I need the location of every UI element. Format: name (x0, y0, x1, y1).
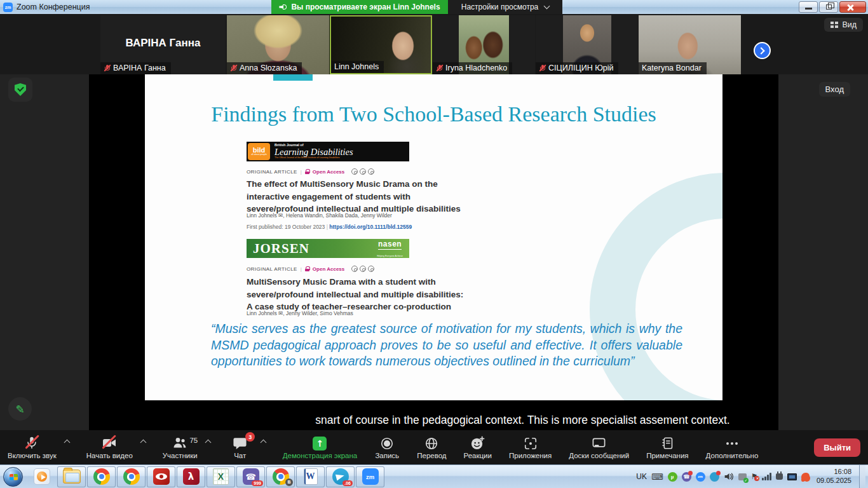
acrobat-icon: λ (183, 468, 200, 485)
journal-title-block: British Journal of Learning Disabilities… (275, 144, 353, 159)
show-desktop-button[interactable] (859, 465, 865, 488)
signin-button[interactable]: Вход (819, 82, 850, 97)
chrome-taskbar-icon-3[interactable]: B (266, 466, 295, 487)
chat-badge: 3 (245, 432, 255, 442)
keyboard-icon[interactable]: ⌨ (651, 472, 663, 482)
leave-meeting-button[interactable]: Выйти (814, 438, 860, 457)
file-explorer-taskbar-icon[interactable] (57, 466, 86, 487)
telegram-tray-badge (716, 471, 721, 475)
mic-muted-icon (230, 64, 237, 72)
meeting-toolbar: Включить звук Начать видео 75 Участники (0, 430, 868, 464)
mic-muted-icon (436, 64, 443, 72)
article2-authors: Linn Johnels ✉, Jenny Wilder, Simo Vehma… (247, 310, 353, 316)
tray-time: 16:08 (817, 468, 851, 477)
participant-display-name: ВАРІНА Ганна (100, 37, 226, 50)
view-settings-label: Настройки просмотра (461, 3, 539, 11)
zoom-tray-icon[interactable]: zm (696, 472, 705, 482)
participants-icon (172, 435, 187, 451)
shared-screen-region: Findings from Two School-Based Research … (89, 74, 778, 430)
restore-button[interactable] (819, 1, 838, 13)
participant-tile-kateryna[interactable]: Kateryna Bondar (639, 15, 741, 74)
doi-link: https://doi.org/10.1111/bld.12559 (329, 224, 412, 230)
translate-button[interactable]: Перевод (417, 435, 446, 459)
abbyy-finereader-icon (153, 468, 170, 485)
chevron-up-icon[interactable] (260, 440, 266, 446)
apps-button[interactable]: Приложения (509, 435, 552, 459)
security-shield-button[interactable] (8, 78, 32, 102)
close-button[interactable] (839, 1, 866, 13)
abbyy-taskbar-icon[interactable] (147, 466, 175, 487)
view-settings-dropdown[interactable]: Настройки просмотра (448, 0, 562, 14)
participant-tile-iryna[interactable]: Iryna Hladchenko (433, 15, 535, 74)
record-button[interactable]: Запись (374, 435, 400, 459)
excel-taskbar-icon[interactable]: X (207, 466, 235, 487)
cc-license-icons (351, 168, 374, 175)
minimize-button[interactable] (799, 1, 818, 13)
power-plug-icon[interactable] (776, 473, 783, 480)
word-taskbar-icon[interactable]: W (296, 466, 325, 487)
telegram-tray-icon[interactable] (710, 472, 719, 482)
article1-published: First published: 19 October 2023 | https… (247, 224, 412, 230)
participant-name-label: Linn Johnels (331, 61, 384, 73)
viber-tray-icon[interactable]: ☎ (682, 472, 691, 482)
mic-muted-icon (539, 64, 546, 72)
unmute-button[interactable]: Включить звук (8, 435, 57, 459)
reactions-button[interactable]: Реакции (464, 435, 492, 459)
participant-tile-anna[interactable]: Anna Slozanska (227, 15, 329, 74)
start-video-button[interactable]: Начать видео (86, 435, 133, 459)
system-tray: UK ⌨ µ ☎ zm ⚑✕ 16:08 09.05.2025 (636, 465, 868, 488)
slide-decor-chip (273, 74, 313, 81)
windows-taskbar: λ X ☎ 999 B W .06 zm UK ⌨ µ ☎ zm ⚑✕ (0, 464, 868, 488)
display-settings-icon[interactable] (787, 473, 797, 480)
start-button[interactable] (3, 467, 23, 487)
excel-icon: X (213, 468, 229, 485)
camera-muted-icon (102, 435, 117, 451)
chevron-down-icon (544, 3, 550, 10)
chevron-up-icon[interactable] (205, 440, 211, 446)
teacher-quote: “Music serves as the greatest source of … (211, 321, 682, 370)
chevron-right-icon (757, 47, 764, 54)
participant-tile-linn-active-speaker[interactable]: Linn Johnels (330, 15, 432, 74)
participant-name-label: Anna Slozanska (227, 62, 302, 74)
article-meta-row: ORIGINAL ARTICLE | Open Access (247, 168, 374, 175)
participant-tile-varina[interactable]: ВАРІНА Ганна ВАРІНА Ганна (100, 15, 226, 74)
taskbar-clock[interactable]: 16:08 09.05.2025 (817, 468, 851, 485)
participant-tile-sicilicyn[interactable]: СІЦИЛІЦИН Юрій (536, 15, 638, 74)
nasen-logo: nasen Helping Everyone Achieve (377, 238, 403, 259)
share-screen-button[interactable]: ↑ Демонстрация экрана (283, 435, 358, 459)
live-caption-text: snart of course in the pedagogical conte… (178, 414, 867, 427)
window-titlebar: zm Zoom Конференция Вы просматриваете эк… (0, 0, 868, 14)
next-participants-button[interactable] (754, 42, 771, 59)
notes-button[interactable]: Примечания (646, 435, 688, 459)
view-button[interactable]: Вид (824, 18, 863, 32)
language-indicator[interactable]: UK (636, 472, 647, 481)
zoom-taskbar-icon[interactable]: zm (356, 466, 384, 487)
chrome-taskbar-icon-1[interactable] (87, 466, 116, 487)
telegram-taskbar-icon[interactable]: .06 (326, 466, 355, 487)
chevron-up-icon[interactable] (64, 440, 70, 446)
grid-view-icon (831, 22, 838, 28)
share-screen-icon: ↑ (313, 437, 327, 451)
utorrent-tray-icon[interactable]: µ (668, 472, 677, 482)
chat-button[interactable]: 3 Чат (227, 435, 253, 459)
action-center-flag-icon[interactable]: ⚑✕ (751, 472, 758, 481)
journal-banner-jorsen: JORSEN nasen Helping Everyone Achieve (247, 239, 409, 258)
volume-icon[interactable] (724, 472, 734, 481)
folder-icon (63, 470, 81, 484)
participants-button[interactable]: 75 Участники (163, 435, 198, 459)
bild-logo: bild all about people (248, 143, 270, 160)
apps-icon (524, 437, 538, 451)
acrobat-taskbar-icon[interactable]: λ (177, 466, 205, 487)
chevron-up-icon[interactable] (140, 440, 146, 446)
annotate-button[interactable]: ✎ (8, 397, 32, 421)
telegram-unread-badge: .06 (342, 480, 353, 486)
usb-safely-remove-icon[interactable] (738, 473, 747, 480)
viber-taskbar-icon[interactable]: ☎ 999 (236, 466, 265, 487)
media-player-taskbar-icon[interactable] (27, 466, 56, 487)
network-signal-icon[interactable] (762, 473, 771, 480)
more-button[interactable]: Дополнительно (706, 435, 759, 459)
notification-tray-icon[interactable] (801, 473, 810, 481)
whiteboards-button[interactable]: Доски сообщений (569, 435, 629, 459)
chrome-taskbar-icon-2[interactable] (117, 466, 146, 487)
participants-count: 75 (189, 437, 198, 444)
